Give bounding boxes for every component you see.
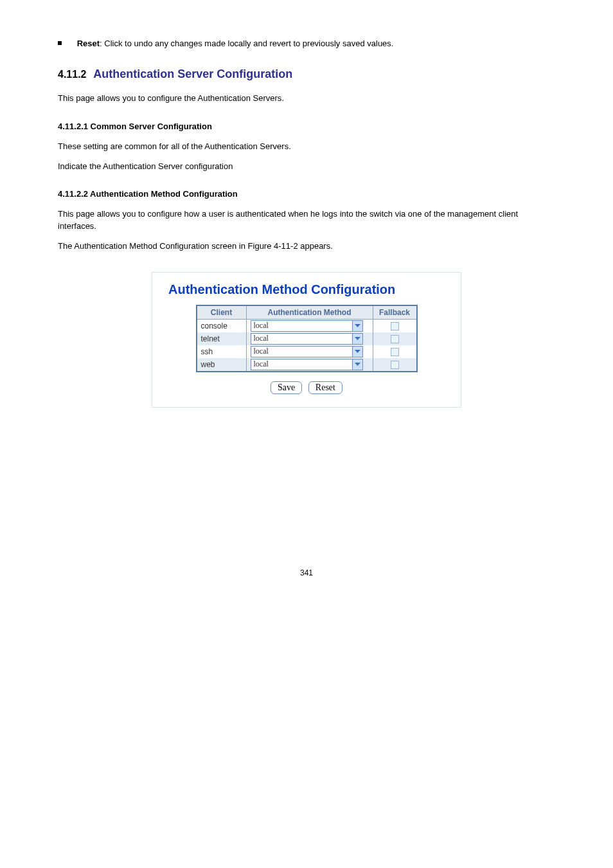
fallback-checkbox[interactable]: [391, 361, 399, 369]
fallback-checkbox[interactable]: [391, 335, 399, 343]
table-row: web local: [197, 358, 417, 372]
section-title: Authentication Server Configuration: [93, 68, 292, 80]
col-header-method: Authentication Method: [246, 305, 373, 320]
para-auth-1: This page allows you to configure how a …: [58, 208, 555, 233]
method-select-value: local: [254, 347, 269, 356]
method-select-value: local: [254, 321, 269, 330]
method-select[interactable]: local: [251, 359, 363, 370]
square-bullet-icon: [58, 41, 62, 45]
reset-description-text: : Click to undo any changes made locally…: [100, 39, 393, 48]
table-row: telnet local: [197, 332, 417, 345]
chevron-down-icon: [355, 324, 360, 328]
chevron-down-icon: [355, 363, 360, 366]
subheading-auth-method-config: 4.11.2.2 Authentication Method Configura…: [58, 188, 555, 201]
reset-button[interactable]: Reset: [308, 381, 342, 394]
col-header-fallback: Fallback: [373, 305, 417, 320]
fallback-checkbox[interactable]: [391, 322, 399, 330]
section-number: 4.11.2: [58, 69, 86, 80]
client-cell: web: [197, 358, 247, 372]
method-select[interactable]: local: [251, 346, 363, 357]
fallback-checkbox[interactable]: [391, 348, 399, 356]
table-row: console local: [197, 319, 417, 332]
client-cell: ssh: [197, 345, 247, 358]
bullet-item: Reset: Click to undo any changes made lo…: [58, 39, 555, 48]
subheading-common-server-config: 4.11.2.1 Common Server Configuration: [58, 121, 555, 133]
method-select-value: local: [254, 334, 269, 343]
reset-label-text: Reset: [77, 39, 100, 48]
para-auth-2: The Authentication Method Configuration …: [58, 240, 555, 253]
method-select-value: local: [254, 359, 269, 368]
page-number: 341: [58, 568, 555, 577]
para-common-2: Indicate the Authentication Server confi…: [58, 161, 555, 173]
method-select[interactable]: local: [251, 320, 363, 332]
client-cell: console: [197, 319, 247, 332]
para-common-1: These setting are common for all of the …: [58, 141, 555, 153]
chevron-down-icon: [355, 337, 360, 341]
section-heading: 4.11.2 Authentication Server Configurati…: [58, 68, 555, 81]
save-button[interactable]: Save: [271, 381, 302, 394]
method-select[interactable]: local: [251, 333, 363, 345]
config-panel: Authentication Method Configuration Clie…: [152, 272, 461, 408]
client-cell: telnet: [197, 332, 247, 345]
page-content: Reset: Click to undo any changes made lo…: [0, 0, 613, 603]
auth-method-table: Client Authentication Method Fallback co…: [196, 305, 418, 372]
para-intro-1: This page allows you to configure the Au…: [58, 93, 555, 105]
panel-title: Authentication Method Configuration: [168, 282, 445, 297]
table-row: ssh local: [197, 345, 417, 358]
chevron-down-icon: [355, 350, 360, 354]
col-header-client: Client: [197, 305, 247, 320]
